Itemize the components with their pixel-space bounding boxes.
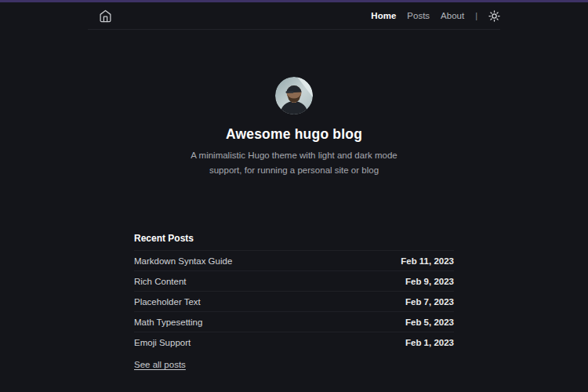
recent-posts-section: Recent Posts Markdown Syntax Guide Feb 1…: [134, 233, 454, 371]
post-title-link[interactable]: Emoji Support: [134, 338, 191, 347]
post-title-link[interactable]: Placeholder Text: [134, 297, 201, 307]
profile-photo: [275, 77, 313, 114]
post-date: Feb 7, 2023: [405, 297, 454, 307]
nav-item-posts[interactable]: Posts: [407, 11, 430, 20]
post-row: Placeholder Text Feb 7, 2023: [134, 291, 454, 311]
nav-separator: |: [475, 11, 477, 20]
main-nav: Home Posts About |: [371, 10, 500, 22]
see-all-posts-link[interactable]: See all posts: [134, 360, 186, 369]
post-title-link[interactable]: Markdown Syntax Guide: [134, 256, 232, 266]
post-title-link[interactable]: Math Typesetting: [134, 318, 202, 327]
post-row: Rich Content Feb 9, 2023: [134, 270, 454, 291]
site-header: Home Posts About |: [0, 2, 588, 30]
post-date: Feb 1, 2023: [405, 338, 454, 347]
post-date: Feb 9, 2023: [405, 277, 454, 286]
page-subtitle: A minimalistic Hugo theme with light and…: [180, 148, 408, 178]
post-date: Feb 11, 2023: [401, 256, 454, 266]
main-content: Awesome hugo blog A minimalistic Hugo th…: [134, 77, 454, 371]
post-row: Emoji Support Feb 1, 2023: [134, 332, 454, 352]
sun-icon: [488, 10, 500, 22]
theme-toggle-button[interactable]: [488, 10, 500, 22]
post-date: Feb 5, 2023: [405, 318, 454, 327]
hero-section: Awesome hugo blog A minimalistic Hugo th…: [134, 77, 454, 178]
post-row: Markdown Syntax Guide Feb 11, 2023: [134, 250, 454, 270]
post-row: Math Typesetting Feb 5, 2023: [134, 311, 454, 332]
home-icon: [99, 9, 112, 23]
page-title: Awesome hugo blog: [134, 126, 454, 143]
nav-item-about[interactable]: About: [441, 11, 464, 20]
recent-posts-heading: Recent Posts: [134, 233, 454, 244]
nav-item-home[interactable]: Home: [371, 11, 396, 20]
home-link[interactable]: [99, 9, 112, 23]
post-title-link[interactable]: Rich Content: [134, 277, 186, 286]
post-list: Markdown Syntax Guide Feb 11, 2023 Rich …: [134, 250, 454, 352]
